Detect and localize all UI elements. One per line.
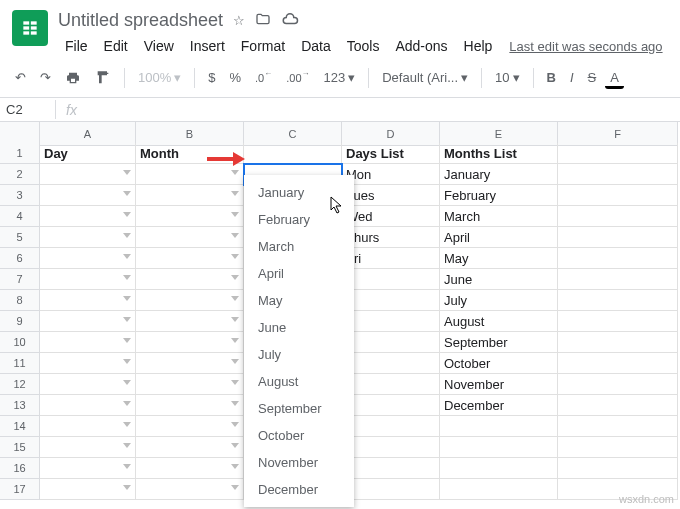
cell-A13[interactable] [40,395,136,416]
cell-A4[interactable] [40,206,136,227]
italic-button[interactable]: I [565,66,579,89]
cell-E11[interactable]: October [440,353,558,374]
cloud-status-icon[interactable] [281,10,299,31]
cell-E16[interactable] [440,458,558,479]
cell-E3[interactable]: February [440,185,558,206]
cell-B5[interactable] [136,227,244,248]
cell-A14[interactable] [40,416,136,437]
cell-D14[interactable] [342,416,440,437]
cell-A7[interactable] [40,269,136,290]
menu-file[interactable]: File [58,35,95,57]
cell-B13[interactable] [136,395,244,416]
dropdown-option[interactable]: June [244,314,354,341]
dropdown-option[interactable]: April [244,260,354,287]
name-box[interactable]: C2 [0,100,56,119]
cell-F12[interactable] [558,374,678,395]
cell-D11[interactable] [342,353,440,374]
validation-dropdown-arrow[interactable] [231,275,239,280]
row-header-5[interactable]: 5 [0,227,40,248]
cell-F4[interactable] [558,206,678,227]
strikethrough-button[interactable]: S [583,66,602,89]
font-size-dropdown[interactable]: 10 ▾ [490,67,524,88]
cell-D10[interactable] [342,332,440,353]
validation-dropdown-arrow[interactable] [231,443,239,448]
row-header-1[interactable]: 1 [0,143,40,164]
cell-F16[interactable] [558,458,678,479]
cell-D12[interactable] [342,374,440,395]
cell-E13[interactable]: December [440,395,558,416]
row-header-8[interactable]: 8 [0,290,40,311]
cell-D17[interactable] [342,479,440,500]
cell-B12[interactable] [136,374,244,395]
menu-tools[interactable]: Tools [340,35,387,57]
bold-button[interactable]: B [542,66,561,89]
validation-dropdown-arrow[interactable] [231,464,239,469]
cell-F2[interactable] [558,164,678,185]
decrease-decimal-button[interactable]: .0← [250,68,277,88]
cell-A2[interactable] [40,164,136,185]
row-header-11[interactable]: 11 [0,353,40,374]
validation-dropdown-arrow[interactable] [231,380,239,385]
cell-E6[interactable]: May [440,248,558,269]
undo-button[interactable]: ↶ [10,66,31,89]
validation-dropdown-arrow[interactable] [231,170,239,175]
cell-E4[interactable]: March [440,206,558,227]
validation-dropdown-arrow[interactable] [123,380,131,385]
cell-D5[interactable]: Thurs [342,227,440,248]
cell-B17[interactable] [136,479,244,500]
cell-E1[interactable]: Months List [440,143,558,164]
validation-dropdown-arrow[interactable] [231,212,239,217]
cell-B3[interactable] [136,185,244,206]
cell-D6[interactable]: Fri [342,248,440,269]
cell-F11[interactable] [558,353,678,374]
cell-B10[interactable] [136,332,244,353]
dropdown-option[interactable]: December [244,476,354,503]
dropdown-option[interactable]: September [244,395,354,422]
paint-format-button[interactable] [90,66,116,90]
row-header-13[interactable]: 13 [0,395,40,416]
cell-E15[interactable] [440,437,558,458]
validation-dropdown-arrow[interactable] [231,359,239,364]
row-header-3[interactable]: 3 [0,185,40,206]
cell-D8[interactable] [342,290,440,311]
cell-B4[interactable] [136,206,244,227]
cell-A9[interactable] [40,311,136,332]
cell-B16[interactable] [136,458,244,479]
cell-B14[interactable] [136,416,244,437]
validation-dropdown-arrow[interactable] [231,401,239,406]
cell-F1[interactable] [558,143,678,164]
row-header-17[interactable]: 17 [0,479,40,500]
cell-F5[interactable] [558,227,678,248]
cell-F14[interactable] [558,416,678,437]
validation-dropdown-arrow[interactable] [123,212,131,217]
cell-A8[interactable] [40,290,136,311]
validation-dropdown-arrow[interactable] [123,401,131,406]
cell-D16[interactable] [342,458,440,479]
validation-dropdown-arrow[interactable] [123,464,131,469]
cell-E5[interactable]: April [440,227,558,248]
more-formats-dropdown[interactable]: 123 ▾ [319,67,361,88]
cell-D15[interactable] [342,437,440,458]
row-header-7[interactable]: 7 [0,269,40,290]
cell-B15[interactable] [136,437,244,458]
cell-A12[interactable] [40,374,136,395]
font-dropdown[interactable]: Default (Ari... ▾ [377,67,473,88]
row-header-9[interactable]: 9 [0,311,40,332]
cell-D4[interactable]: Wed [342,206,440,227]
row-header-15[interactable]: 15 [0,437,40,458]
validation-dropdown-arrow[interactable] [123,170,131,175]
validation-dropdown-arrow[interactable] [231,191,239,196]
validation-dropdown-arrow[interactable] [123,359,131,364]
validation-dropdown-arrow[interactable] [123,191,131,196]
cell-A16[interactable] [40,458,136,479]
cell-F3[interactable] [558,185,678,206]
cell-F13[interactable] [558,395,678,416]
validation-dropdown-arrow[interactable] [231,338,239,343]
menu-format[interactable]: Format [234,35,292,57]
cell-D2[interactable]: Mon [342,164,440,185]
cell-C1[interactable] [244,143,342,164]
star-icon[interactable]: ☆ [233,13,245,28]
row-header-2[interactable]: 2 [0,164,40,185]
row-header-12[interactable]: 12 [0,374,40,395]
row-header-4[interactable]: 4 [0,206,40,227]
